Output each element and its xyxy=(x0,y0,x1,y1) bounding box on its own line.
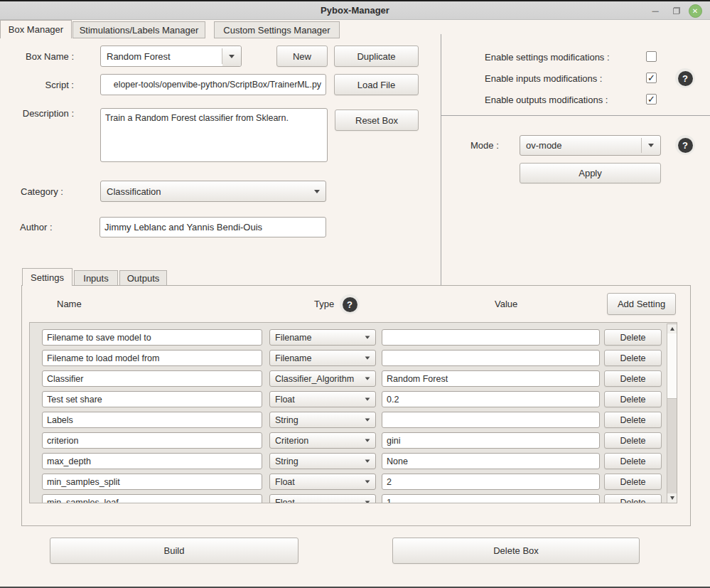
setting-row: criterion Criterion gini Delete xyxy=(30,432,677,449)
mode-dropdown-button[interactable] xyxy=(642,136,660,155)
setting-row: Labels String Delete xyxy=(30,412,677,428)
setting-value-input[interactable]: 0.2 xyxy=(382,391,600,407)
setting-name-input[interactable]: criterion xyxy=(42,432,262,449)
description-textarea[interactable]: Train a Random Forest classifier from Sk… xyxy=(100,108,328,162)
setting-type-value: Classifier_Algorithm xyxy=(275,374,365,384)
mode-select[interactable]: ov-mode xyxy=(520,135,661,156)
delete-setting-button[interactable]: Delete xyxy=(604,370,662,387)
author-label: Author : xyxy=(20,222,53,232)
setting-type-select[interactable]: Classifier_Algorithm xyxy=(269,370,376,387)
tab-settings[interactable]: Settings xyxy=(22,268,72,286)
chevron-down-icon xyxy=(314,190,320,193)
setting-name-input[interactable]: min_samples_split xyxy=(42,474,262,490)
close-button[interactable]: ✕ xyxy=(688,4,702,18)
setting-value-input[interactable]: gini xyxy=(382,432,600,449)
setting-type-value: Float xyxy=(275,477,365,487)
scroll-down-button[interactable] xyxy=(667,493,677,503)
panel-divider-horizontal xyxy=(441,115,710,116)
tab-inputs[interactable]: Inputs xyxy=(74,270,118,286)
scrollbar-thumb[interactable] xyxy=(667,333,677,399)
setting-name-input[interactable]: Classifier xyxy=(42,370,262,387)
minimize-button[interactable]: ─ xyxy=(648,4,662,18)
tab-custom-settings-manager[interactable]: Custom Settings Manager xyxy=(214,21,340,38)
setting-type-select[interactable]: Filename xyxy=(269,350,376,366)
delete-setting-button[interactable]: Delete xyxy=(604,474,662,490)
setting-type-select[interactable]: Filename xyxy=(269,329,376,346)
mode-help-button[interactable]: ? xyxy=(675,135,695,155)
close-icon: ✕ xyxy=(689,4,702,18)
box-name-dropdown-button[interactable] xyxy=(222,46,241,66)
tab-outputs[interactable]: Outputs xyxy=(119,270,167,286)
tab-stimulations-labels-manager[interactable]: Stimulations/Labels Manager xyxy=(72,21,205,38)
enable-settings-checkbox[interactable] xyxy=(646,51,657,62)
delete-box-button[interactable]: Delete Box xyxy=(392,538,640,564)
script-input[interactable]: eloper-tools/openvibe-python/ScriptBox/T… xyxy=(100,74,326,95)
setting-row: Test set share Float 0.2 Delete xyxy=(30,391,677,407)
description-label: Description : xyxy=(0,108,74,119)
enable-outputs-label: Enable outputs modifications : xyxy=(485,95,608,105)
setting-type-select[interactable]: Float xyxy=(269,474,376,490)
setting-type-value: Filename xyxy=(275,333,365,343)
setting-type-select[interactable]: Criterion xyxy=(269,432,376,449)
setting-name-input[interactable]: Test set share xyxy=(42,391,262,407)
setting-row: Filename to save model to Filename Delet… xyxy=(30,329,677,346)
delete-setting-button[interactable]: Delete xyxy=(604,350,662,366)
add-setting-button[interactable]: Add Setting xyxy=(607,293,676,315)
setting-value-input[interactable]: 1 xyxy=(382,494,600,503)
build-button[interactable]: Build xyxy=(50,538,298,564)
setting-type-value: Criterion xyxy=(275,436,365,446)
restore-icon xyxy=(673,7,680,14)
chevron-down-icon xyxy=(365,397,370,400)
load-file-button[interactable]: Load File xyxy=(334,74,419,95)
value-column-header: Value xyxy=(495,299,517,309)
chevron-down-icon xyxy=(229,55,235,58)
box-name-combobox[interactable]: Random Forest xyxy=(100,46,242,67)
delete-setting-button[interactable]: Delete xyxy=(604,329,662,346)
setting-value-input[interactable] xyxy=(382,350,600,366)
apply-button[interactable]: Apply xyxy=(520,163,661,183)
chevron-down-icon xyxy=(365,377,370,380)
delete-setting-button[interactable]: Delete xyxy=(604,453,662,469)
setting-type-select[interactable]: Float xyxy=(269,494,376,503)
enable-outputs-checkbox[interactable]: ✓ xyxy=(646,94,657,105)
new-button[interactable]: New xyxy=(276,46,328,67)
chevron-down-icon xyxy=(365,356,370,359)
enable-inputs-label: Enable inputs modifications : xyxy=(485,73,602,84)
setting-name-input[interactable]: Filename to load model from xyxy=(42,350,262,366)
delete-setting-button[interactable]: Delete xyxy=(604,391,662,407)
delete-setting-button[interactable]: Delete xyxy=(604,412,662,428)
author-input[interactable]: Jimmy Leblanc and Yannis Bendi-Ouis xyxy=(99,217,326,237)
setting-type-select[interactable]: Float xyxy=(269,391,376,407)
setting-type-select[interactable]: String xyxy=(269,412,376,428)
delete-setting-button[interactable]: Delete xyxy=(604,432,662,449)
enable-inputs-checkbox[interactable]: ✓ xyxy=(646,73,657,83)
script-label: Script : xyxy=(0,80,74,90)
setting-value-input[interactable] xyxy=(382,412,600,428)
titlebar[interactable]: Pybox-Manager ─ ✕ xyxy=(0,1,710,20)
setting-row: min_samples_leaf Float 1 Delete xyxy=(30,494,677,503)
chevron-down-icon xyxy=(365,336,370,338)
setting-type-select[interactable]: String xyxy=(269,453,376,469)
panel-divider-vertical xyxy=(441,34,441,285)
setting-name-input[interactable]: Labels xyxy=(42,412,262,428)
scroll-up-button[interactable] xyxy=(667,324,677,333)
tab-box-manager[interactable]: Box Manager xyxy=(0,20,72,38)
setting-value-input[interactable]: 2 xyxy=(382,474,600,490)
setting-name-input[interactable]: max_depth xyxy=(42,453,262,469)
setting-name-input[interactable]: min_samples_leaf xyxy=(42,494,262,503)
delete-setting-button[interactable]: Delete xyxy=(604,494,662,503)
setting-value-input[interactable]: None xyxy=(382,453,600,469)
modifications-help-button[interactable]: ? xyxy=(675,68,695,88)
setting-type-value: String xyxy=(275,456,365,466)
reset-box-button[interactable]: Reset Box xyxy=(335,109,419,131)
category-select[interactable]: Classification xyxy=(100,181,326,202)
duplicate-button[interactable]: Duplicate xyxy=(334,46,419,67)
setting-value-input[interactable]: Random Forest xyxy=(382,370,600,387)
category-value: Classification xyxy=(107,186,314,197)
setting-value-input[interactable] xyxy=(382,329,600,346)
help-icon: ? xyxy=(678,71,693,86)
setting-name-input[interactable]: Filename to save model to xyxy=(42,329,262,346)
restore-button[interactable] xyxy=(669,4,684,18)
vertical-scrollbar[interactable] xyxy=(667,324,677,503)
type-help-button[interactable]: ? xyxy=(340,294,360,314)
